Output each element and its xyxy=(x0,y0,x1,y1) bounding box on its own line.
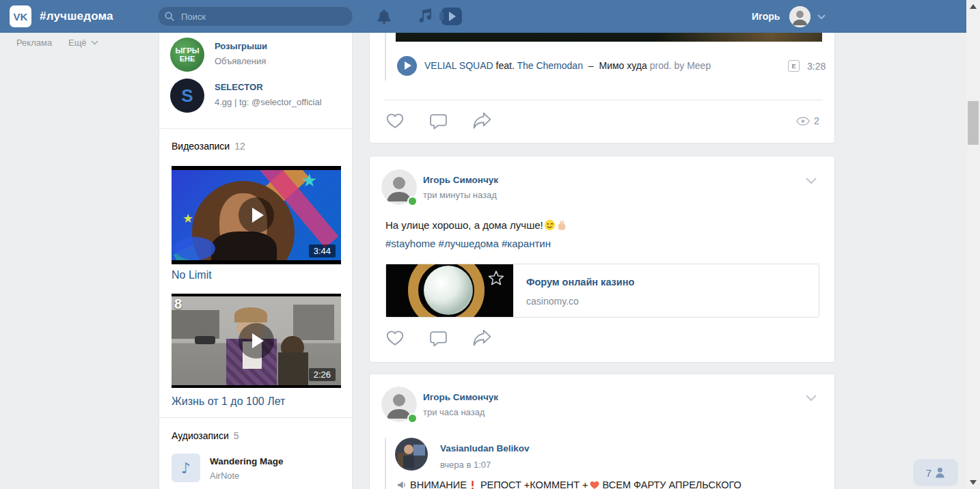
search-box[interactable] xyxy=(157,6,353,27)
audio-item-icon[interactable]: ♪ xyxy=(172,453,200,482)
comment-icon[interactable] xyxy=(429,330,448,347)
search-icon xyxy=(165,12,174,21)
audios-section-header: Аудиозаписи5 xyxy=(172,430,239,441)
star-icon xyxy=(487,270,505,288)
video-title-zhizn[interactable]: Жизнь от 1 до 100 Лет xyxy=(172,395,285,408)
audio-feat-label: feat. xyxy=(496,60,515,71)
post-author-name[interactable]: Игорь Симончук xyxy=(423,175,498,185)
video-icon-notch xyxy=(439,12,444,20)
scrollbar-up-arrow-icon[interactable] xyxy=(970,4,977,9)
like-icon[interactable] xyxy=(385,112,405,130)
chevron-down-icon xyxy=(91,40,98,45)
hashtag-sidebar: ЫГРЫ ЕНЕ Розыгрыши Объявления S SELECTOR… xyxy=(159,33,353,489)
online-status-dot xyxy=(407,196,418,206)
community-avatar-selector[interactable]: S xyxy=(170,79,204,113)
sidebar-divider xyxy=(159,417,352,418)
repost-author-name[interactable]: Vasianludan Belikov xyxy=(440,443,530,453)
repost-author-avatar[interactable] xyxy=(395,438,428,471)
video-thumbnail-zhizn[interactable]: 8 2:26 xyxy=(172,294,341,388)
repost-timestamp[interactable]: вчера в 1:07 xyxy=(440,460,491,470)
views-count: 2 xyxy=(814,115,819,126)
online-friends-count: 7 xyxy=(926,467,931,479)
vk-logo-text: VK xyxy=(14,11,28,23)
audio-track-title: Мимо худа xyxy=(599,60,647,71)
repost-text-part3: ВСЕМ ФАРТУ АПРЕЛЬСКОГО xyxy=(603,479,741,489)
post-menu-chevron-icon[interactable] xyxy=(805,394,817,402)
music-note-icon: ♪ xyxy=(181,460,191,477)
link-preview-card[interactable]: Форум онлайн казино casinomy.co xyxy=(385,264,819,318)
post-hashtags[interactable]: #stayhome #лучшедома #карантин xyxy=(385,238,551,249)
audio-track-row[interactable]: VELIAL SQUAD feat. The Chemodan – Мимо х… xyxy=(424,60,711,71)
scrollbar-down-arrow-icon[interactable] xyxy=(970,480,977,485)
comment-icon[interactable] xyxy=(429,113,448,130)
audio-artist2-link[interactable]: The Chemodan xyxy=(517,60,583,71)
community-name-selector[interactable]: SELECTOR xyxy=(215,82,263,92)
person-icon xyxy=(935,467,945,478)
post-views: 2 xyxy=(796,115,819,126)
repost-text-part2: РЕПОСТ +КОММЕНТ + xyxy=(480,479,588,489)
search-input[interactable] xyxy=(180,11,340,23)
post-text: На улице хорошо, а дома лучше! xyxy=(385,218,568,234)
user-name: Игорь xyxy=(752,11,780,22)
videos-count: 12 xyxy=(234,141,245,152)
audios-header-label[interactable]: Аудиозаписи xyxy=(172,430,229,441)
repost-text: ВНИМАНИЕ РЕПОСТ +КОММЕНТ + ВСЕМ ФАРТУ АП… xyxy=(396,478,741,489)
post-text-content: На улице хорошо, а дома лучше! xyxy=(385,219,543,231)
community-avatar-rozygryshi[interactable]: ЫГРЫ ЕНЕ xyxy=(170,38,204,72)
audio-play-button[interactable] xyxy=(397,56,417,76)
video-title-no-limit[interactable]: No Limit xyxy=(172,269,212,281)
video-thumbnail-no-limit[interactable]: ★ ★ 3:44 xyxy=(172,166,341,264)
leftnav-more-link[interactable]: Ещё xyxy=(68,38,98,48)
like-icon[interactable] xyxy=(385,329,405,347)
heart-emoji xyxy=(589,479,600,489)
post-menu-chevron-icon[interactable] xyxy=(805,177,817,184)
chevron-down-icon xyxy=(817,14,826,20)
post-author-name[interactable]: Игорь Симончук xyxy=(423,392,498,402)
avatar-text-line1: ЫГРЫ xyxy=(170,46,204,55)
scrollbar-thumb[interactable] xyxy=(968,101,979,145)
link-preview-image xyxy=(386,264,513,317)
link-preview-title[interactable]: Форум онлайн казино xyxy=(526,277,634,288)
videos-header-label[interactable]: Видеозаписи xyxy=(172,141,230,152)
bell-icon[interactable] xyxy=(377,9,391,24)
post-timestamp[interactable]: три минуты назад xyxy=(423,190,497,200)
online-status-dot xyxy=(407,413,418,423)
page-scrollbar[interactable] xyxy=(966,0,980,489)
post-timestamp[interactable]: три часа назад xyxy=(423,407,485,417)
audio-item-title[interactable]: Wandering Mage xyxy=(210,456,284,466)
user-avatar xyxy=(789,6,811,27)
explicit-badge: E xyxy=(788,60,800,72)
page-title: #лучшедома xyxy=(40,10,113,23)
sidebar-divider xyxy=(159,128,352,129)
wink-emoji xyxy=(544,219,556,234)
audio-prod-label: prod. by Meep xyxy=(650,60,711,71)
victory-hand-emoji xyxy=(556,219,568,234)
audio-artist-link[interactable]: VELIAL SQUAD xyxy=(424,60,493,71)
audios-count: 5 xyxy=(234,430,239,441)
video-duration-badge: 3:44 xyxy=(309,244,336,257)
user-menu[interactable]: Игорь xyxy=(752,4,826,29)
audio-dash: – xyxy=(588,60,594,71)
top-navigation-bar: VK #лучшедома Игорь xyxy=(0,0,966,33)
vk-logo[interactable]: VK xyxy=(10,5,31,27)
video2-corner-mark: 8 xyxy=(174,296,182,312)
audio-item-artist[interactable]: AirNote xyxy=(210,471,239,481)
online-friends-widget[interactable]: 7 xyxy=(913,459,958,486)
video-duration-badge: 2:26 xyxy=(309,368,336,381)
music-icon[interactable] xyxy=(417,8,433,25)
audio-duration: 3:28 xyxy=(807,61,826,72)
share-icon[interactable] xyxy=(472,111,492,129)
video-icon[interactable] xyxy=(441,8,462,25)
post-card-igor-stayhome: Игорь Симончук три минуты назад На улице… xyxy=(369,156,835,363)
link-preview-domain: casinomy.co xyxy=(526,296,579,307)
share-icon[interactable] xyxy=(472,329,492,346)
exclamation-emoji xyxy=(467,479,478,489)
videos-section-header: Видеозаписи12 xyxy=(172,141,245,152)
avatar-text-line2: ЕНЕ xyxy=(170,55,204,63)
repost-text-part1: ВНИМАНИЕ xyxy=(410,479,467,489)
community-desc-selector: 4.gg | tg: @selector_official xyxy=(215,97,322,107)
video-play-icon xyxy=(239,197,274,233)
leftnav-ads-link[interactable]: Реклама xyxy=(16,38,52,48)
community-name-rozygryshi[interactable]: Розыгрыши xyxy=(215,41,267,51)
community-desc-rozygryshi: Объявления xyxy=(215,56,266,66)
